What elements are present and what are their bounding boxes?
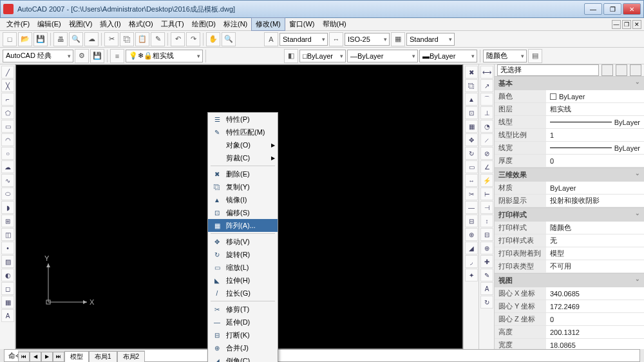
menu-dropdown-item[interactable]: ⿻复制(Y) [208,180,278,193]
prop-row[interactable]: 高度200.1312 [495,326,644,339]
save-icon[interactable]: 💾 [33,32,48,46]
maximize-button[interactable]: ❐ [603,3,621,15]
prop-row[interactable]: 线宽 ByLayer [495,142,644,155]
menu-item[interactable]: 编辑(E) [33,18,65,30]
selection-dropdown[interactable]: 无选择 [497,64,599,76]
text-style-select[interactable]: Standard [279,33,328,46]
plotstyle-icon[interactable]: ▤ [528,49,542,63]
line-icon[interactable]: ╱ [1,66,14,79]
chamfer-icon[interactable]: ◢ [465,242,478,254]
tab-last-button[interactable]: ⏭ [53,352,64,362]
ellipsearc-icon[interactable]: ◗ [1,201,14,214]
prop-section-header[interactable]: 视图⌄ [495,274,644,287]
menu-item[interactable]: 绘图(D) [188,18,220,30]
dimbreak-icon[interactable]: ⊟ [480,228,493,241]
lineweight-select[interactable]: ▬ ByLayer [419,50,477,62]
match-icon[interactable]: ✎ [151,32,165,46]
dimarc-icon[interactable]: ⌒ [480,93,493,106]
circle-icon[interactable]: ○ [1,147,14,160]
centermark-icon[interactable]: ✚ [480,255,493,268]
layer-select[interactable]: 💡❄🔒 粗实线 [126,50,203,62]
mirror-icon[interactable]: ▲ [465,93,478,106]
minimize-button[interactable]: — [584,3,602,15]
menu-dropdown-item[interactable]: ✎特性匹配(M) [208,126,278,138]
workspace-select[interactable]: AutoCAD 经典 [3,50,73,62]
revcloud-icon[interactable]: ☁ [1,160,14,173]
scale-icon[interactable]: ▭ [465,160,478,173]
plotcolor-select[interactable]: 随颜色 [483,50,527,62]
table-style-select[interactable]: Standard [406,33,455,46]
preview-icon[interactable]: 🔍 [69,32,83,46]
dimupdate-icon[interactable]: ↻ [480,296,493,309]
layer-props-icon[interactable]: ≡ [110,49,124,63]
textstyle-icon[interactable]: A [264,32,278,46]
menu-item[interactable]: 窗口(W) [285,18,319,30]
menu-item[interactable]: 文件(F) [3,18,33,30]
publish-icon[interactable]: ☁ [84,32,99,46]
menu-dropdown-item[interactable]: ▦阵列(A)... [208,219,278,232]
block-icon[interactable]: ◫ [1,228,14,241]
insert-icon[interactable]: ⊞ [1,214,14,227]
tab-first-button[interactable]: ⏮ [18,352,30,362]
close-button[interactable]: ✕ [623,3,641,15]
mtext-icon[interactable]: A [1,309,14,322]
prop-row[interactable]: 线型比例1 [495,129,644,142]
explode-icon[interactable]: ✦ [465,269,478,281]
menu-dropdown-item[interactable]: ◣拉伸(H) [208,274,278,287]
menu-dropdown-item[interactable]: ◢倒角(C) [208,354,278,362]
array-icon[interactable]: ▦ [465,120,478,133]
dimtedit-icon[interactable]: A [480,282,493,295]
dimcont-icon[interactable]: ⊣ [480,201,493,214]
prop-row[interactable]: 材质ByLayer [495,182,644,195]
prop-row[interactable]: 线型 ByLayer [495,116,644,129]
menu-item[interactable]: 格式(O) [125,18,157,30]
prop-row[interactable]: 宽度18.0865 [495,339,644,349]
menu-dropdown-item[interactable]: ✥移动(V) [208,235,278,248]
layout-tab[interactable]: 布局1 [89,351,117,363]
prop-row[interactable]: 圆心 Z 坐标0 [495,313,644,326]
copy2-icon[interactable]: ⿻ [465,79,478,92]
menu-item[interactable]: 帮助(H) [319,18,350,30]
rotate-icon[interactable]: ↻ [465,147,478,160]
dimedit-icon[interactable]: ✎ [480,269,493,281]
undo-icon[interactable]: ↶ [171,32,185,46]
prop-section-header[interactable]: 打印样式⌄ [495,208,644,222]
menu-dropdown-item[interactable]: 剪裁(C)▶ [208,151,278,164]
gradient-icon[interactable]: ◐ [1,269,14,281]
color-icon[interactable]: ◧ [284,49,298,63]
menu-item[interactable]: 工具(T) [157,18,188,30]
table-icon[interactable]: ▦ [1,296,14,309]
spline-icon[interactable]: ∿ [1,174,14,187]
mdi-close-button[interactable]: ✕ [632,20,641,29]
workspace-settings-icon[interactable]: ⚙ [75,49,89,63]
prop-row[interactable]: 圆心 X 坐标340.0685 [495,287,644,300]
selectobj-icon[interactable] [630,64,641,76]
break-icon[interactable]: ⊟ [465,214,478,227]
dim-style-select[interactable]: ISO-25 [345,33,390,46]
menu-dropdown-item[interactable]: /拉长(G) [208,287,278,300]
prop-section-header[interactable]: 基本⌄ [495,77,644,90]
extend-icon[interactable]: — [465,201,478,214]
prop-row[interactable]: 颜色 ByLayer [495,90,644,103]
color-select[interactable]: □ ByLayer [299,50,346,62]
menu-item[interactable]: 视图(V) [65,18,97,30]
prop-row[interactable]: 厚度0 [495,155,644,167]
dimstyle-icon[interactable]: ↔ [329,32,343,46]
menu-dropdown-item[interactable]: ✖删除(E) [208,167,278,180]
erase-icon[interactable]: ✖ [465,66,478,79]
dimspace-icon[interactable]: ↕ [480,214,493,227]
prop-row[interactable]: 打印表附着到模型 [495,247,644,260]
ellipse-icon[interactable]: ⬭ [1,187,14,200]
pan-icon[interactable]: ✋ [206,32,220,46]
menu-dropdown-item[interactable]: ▲镜像(I) [208,193,278,206]
xline-icon[interactable]: ╳ [1,79,14,92]
dimdia-icon[interactable]: ⊘ [480,147,493,160]
pickadd-icon[interactable] [616,64,627,76]
prop-section-header[interactable]: 三维效果⌄ [495,168,644,182]
menu-dropdown-item[interactable]: ✂修剪(T) [208,303,278,316]
dimrad-icon[interactable]: ◔ [480,120,493,133]
dimqck-icon[interactable]: ⚡ [480,174,493,187]
prop-row[interactable]: 阴影显示投射和接收阴影 [495,195,644,207]
dimbase-icon[interactable]: ⊢ [480,187,493,200]
menu-dropdown-item[interactable]: —延伸(D) [208,316,278,329]
